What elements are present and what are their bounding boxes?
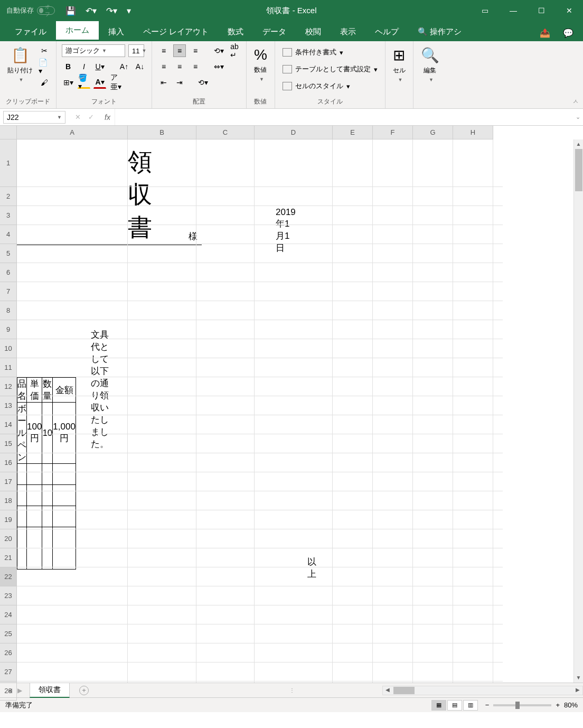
tab-review[interactable]: 校閲	[296, 22, 331, 41]
row-header[interactable]: 13	[0, 396, 17, 415]
merge-icon[interactable]: ⇔▾	[212, 60, 225, 73]
fx-icon[interactable]: fx	[100, 113, 115, 122]
row-header[interactable]: 20	[0, 529, 17, 548]
sheet-next-icon[interactable]: ▶	[17, 687, 22, 694]
align-left-icon[interactable]: ≡	[157, 60, 170, 73]
format-as-table-button[interactable]: テーブルとして書式設定 ▾	[280, 63, 380, 75]
comments-icon[interactable]: 💬	[560, 25, 577, 41]
collapse-ribbon-icon[interactable]: ㅅ	[572, 97, 579, 106]
autosave[interactable]: 自動保存 オフ	[6, 6, 55, 15]
minimize-icon[interactable]: —	[510, 6, 517, 15]
cell-styles-button[interactable]: セルのスタイル ▾	[280, 80, 380, 92]
zoom-out-button[interactable]: −	[485, 701, 490, 709]
tab-help[interactable]: ヘルプ	[365, 22, 408, 41]
row-header[interactable]: 8	[0, 301, 17, 320]
row-header[interactable]: 17	[0, 472, 17, 491]
tab-insert[interactable]: 挿入	[99, 22, 134, 41]
phonetic-button[interactable]: ア亜▾	[109, 76, 122, 89]
font-name-combo[interactable]: 游ゴシック▼	[62, 44, 125, 57]
normal-view-icon[interactable]: ▦	[431, 700, 446, 711]
scroll-left-icon[interactable]: ◀	[383, 686, 392, 695]
zoom-slider[interactable]	[493, 704, 551, 706]
column-header[interactable]: E	[333, 126, 373, 139]
wrap-text-icon[interactable]: ab↵	[228, 44, 241, 57]
close-icon[interactable]: ✕	[566, 6, 572, 15]
font-size-combo[interactable]: 11▼	[128, 44, 144, 57]
column-header[interactable]: C	[196, 126, 255, 139]
cancel-icon[interactable]: ✕	[75, 113, 81, 121]
tab-split-icon[interactable]: ⋮	[289, 687, 295, 693]
maximize-icon[interactable]: ☐	[538, 6, 545, 15]
number-format-button[interactable]: % 数値 ▼	[252, 44, 269, 84]
share-icon[interactable]: 📤	[537, 25, 553, 41]
vertical-scrollbar[interactable]: ▲ ▼	[573, 139, 583, 683]
row-header[interactable]: 15	[0, 434, 17, 453]
select-all-corner[interactable]	[0, 126, 17, 139]
align-top-icon[interactable]: ≡	[157, 44, 170, 57]
tab-data[interactable]: データ	[253, 22, 296, 41]
sheet-tab[interactable]: 領収書	[30, 683, 70, 698]
tab-home[interactable]: ホーム	[56, 20, 99, 41]
orientation2-icon[interactable]: ⟲▾	[196, 76, 209, 89]
row-header[interactable]: 14	[0, 415, 17, 434]
tab-formulas[interactable]: 数式	[218, 22, 253, 41]
horizontal-scrollbar[interactable]: ◀ ▶	[382, 686, 583, 695]
underline-button[interactable]: U▾	[93, 60, 106, 73]
copy-icon[interactable]: 📄▾	[38, 60, 51, 73]
ribbon-display-icon[interactable]: ▭	[482, 6, 488, 15]
paste-button[interactable]: 📋 貼り付け ▼	[5, 44, 35, 85]
pagelayout-view-icon[interactable]: ▤	[447, 700, 462, 711]
cells-button[interactable]: ⊞ セル ▼	[391, 44, 408, 85]
expand-formula-bar-icon[interactable]: ⌄	[572, 114, 583, 120]
decrease-font-icon[interactable]: A↓	[134, 60, 146, 73]
row-header[interactable]: 23	[0, 586, 17, 605]
row-header[interactable]: 3	[0, 206, 17, 225]
column-header[interactable]: A	[17, 126, 128, 139]
scroll-down-icon[interactable]: ▼	[574, 673, 583, 683]
row-header[interactable]: 25	[0, 624, 17, 643]
align-right-icon[interactable]: ≡	[189, 60, 202, 73]
bold-button[interactable]: B	[62, 60, 74, 73]
row-header[interactable]: 2	[0, 187, 17, 206]
increase-font-icon[interactable]: A↑	[118, 60, 130, 73]
orientation-icon[interactable]: ⟲▾	[212, 44, 225, 57]
tab-tellme[interactable]: 🔍 操作アシ	[408, 22, 471, 41]
column-header[interactable]: H	[453, 126, 493, 139]
row-header[interactable]: 19	[0, 510, 17, 529]
column-header[interactable]: F	[373, 126, 413, 139]
align-bottom-icon[interactable]: ≡	[189, 44, 202, 57]
enter-icon[interactable]: ✓	[88, 113, 94, 121]
row-header[interactable]: 11	[0, 358, 17, 377]
column-header[interactable]: G	[413, 126, 453, 139]
decrease-indent-icon[interactable]: ⇤	[157, 76, 170, 89]
formula-input[interactable]	[115, 109, 572, 125]
row-header[interactable]: 28	[0, 682, 17, 701]
row-header[interactable]: 9	[0, 320, 17, 339]
row-header[interactable]: 4	[0, 225, 17, 244]
cells[interactable]: 領収書 2019年1月1日 様 〒111-0000 ○○市○○1丁目2番地 株式…	[17, 139, 573, 683]
scrollbar-thumb[interactable]	[575, 149, 582, 191]
name-box[interactable]: J22 ▼	[3, 111, 65, 124]
row-header[interactable]: 16	[0, 453, 17, 472]
fill-color-button[interactable]: 🪣▾	[78, 76, 90, 89]
row-header[interactable]: 5	[0, 244, 17, 263]
row-header[interactable]: 22	[0, 567, 17, 586]
tab-file[interactable]: ファイル	[5, 22, 56, 41]
row-header[interactable]: 21	[0, 548, 17, 567]
row-header[interactable]: 1	[0, 139, 17, 187]
zoom-level[interactable]: 80%	[564, 701, 578, 709]
row-header[interactable]: 12	[0, 377, 17, 396]
pagebreak-view-icon[interactable]: ▥	[463, 700, 478, 711]
zoom-in-button[interactable]: +	[556, 701, 560, 709]
row-header[interactable]: 10	[0, 339, 17, 358]
row-header[interactable]: 18	[0, 491, 17, 510]
align-center-icon[interactable]: ≡	[173, 60, 186, 73]
editing-button[interactable]: 🔍 編集 ▼	[419, 44, 441, 85]
row-header[interactable]: 27	[0, 662, 17, 682]
autosave-toggle[interactable]: オフ	[37, 6, 55, 15]
italic-button[interactable]: I	[78, 60, 90, 73]
scroll-right-icon[interactable]: ▶	[573, 686, 582, 695]
save-icon[interactable]: 💾	[65, 6, 76, 16]
redo-icon[interactable]: ↷▾	[106, 6, 117, 16]
scroll-up-icon[interactable]: ▲	[574, 139, 583, 149]
